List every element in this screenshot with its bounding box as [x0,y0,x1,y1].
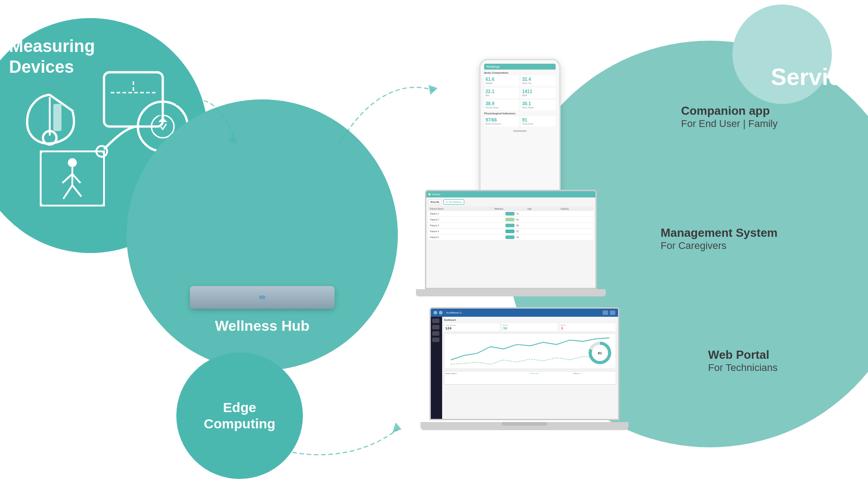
svg-rect-3 [104,72,163,127]
phone-metric-bodyfat: 32.4 Body Fat [521,75,556,86]
phone-row-3: 38.9 Muscle Mass 30.1 Body Water [484,100,556,110]
companion-app-label: Companion app For End User | Family [681,104,778,130]
management-laptop-container: Patients Show By ▼ Top Wellness Patient … [416,190,606,307]
phone-row-1: 61.6 Weight 32.4 Body Fat [484,75,556,86]
companion-app-subtitle: For End User | Family [681,118,778,130]
mgmt-body: Show By ▼ Top Wellness Patient Name Well… [426,197,595,288]
portal-gauge: 81 [589,342,611,364]
portal-table-row-1: Device Status Online: 98 Offline: 5 [445,372,615,375]
portal-stat-2: Active 98 [502,323,558,332]
phone-header-text: Readings [486,65,500,68]
hub-led [259,296,265,299]
portal-chart: 81 [444,333,616,369]
measuring-label-line2: Devices [9,57,74,76]
phone-metric-water: 30.1 Body Water [521,100,556,110]
mgmt-filters: Show By ▼ Top Wellness [428,199,594,205]
management-title: Management System [660,226,778,240]
svg-point-13 [68,158,77,167]
phone-mockup: Readings Body Composition 61.6 Weight 32… [479,59,561,203]
mgmt-row-1: Patient 1 72 [428,211,594,217]
wellness-hub-circle: Wellness Hub [127,99,398,371]
phone-metric-weight: 61.6 Weight [484,75,519,86]
portal-stats-row: Total Patients 124 Active 98 Alerts 3 [444,323,616,332]
mgmt-tab-label: Patients [432,193,440,196]
portal-actions [603,310,615,315]
portal-stat-1: Total Patients 124 [444,323,500,332]
phone-metric-muscle: 38.9 Muscle Mass [484,100,519,110]
portal-stat-3: Alerts 3 [560,323,616,332]
mgmt-row-5: Patient 5 44 [428,235,594,240]
portal-nav-item-2 [432,325,439,329]
portal-nav-item-3 [432,331,439,336]
wellness-hub-label: Wellness Hub [215,318,309,334]
portal-nav-item-1 [432,319,439,323]
portal-action-1 [603,310,608,315]
measuring-devices-label: Measuring Devices [9,36,95,77]
phone-screen: Readings Body Composition 61.6 Weight 32… [481,60,559,202]
svg-line-18 [72,185,81,197]
web-portal-label: Web Portal For Technicians [708,348,778,374]
phone-metric-hr: 91 Heart Rate [521,116,556,127]
companion-app-title: Companion app [681,104,778,118]
service-label: Service [771,63,854,90]
mgmt-table: Patient Name Wellness Age Org/Day Patien… [428,206,594,240]
mgmt-filter-2: ▼ Top Wellness [443,199,464,205]
mgmt-row-4: Patient 4 81 [428,229,594,235]
portal-body: Dashboard Total Patients 124 Active 98 [431,317,618,419]
svg-line-17 [63,185,72,199]
mgmt-filter-1: Show By [428,199,442,205]
svg-line-15 [62,174,72,183]
portal-laptop-base [420,422,628,430]
wellness-hub-device [190,286,335,309]
mgmt-topbar: Patients [426,191,595,197]
portal-table-mini: Device Status Online: 98 Offline: 5 [444,371,616,385]
mgmt-badge-4 [505,230,514,233]
edge-computing-circle: Edge Computing [176,352,303,479]
phone-mockup-container: Readings Body Composition 61.6 Weight 32… [452,59,561,203]
svg-marker-2 [392,422,401,433]
portal-gauge-value: 81 [592,345,608,361]
web-portal-title: Web Portal [708,348,778,362]
portal-topbar: AcuWellness S... [431,309,618,317]
portal-screen: AcuWellness S... Dashboard [429,307,619,420]
management-screen: Patients Show By ▼ Top Wellness Patient … [425,190,597,289]
phone-body-comp-label: Body Composition [484,71,556,74]
mgmt-badge-2 [505,218,514,221]
portal-app-name: AcuWellness S... [446,311,463,314]
portal-nav-item-4 [432,338,439,342]
phone-metric-bp: 97/66 Blood Pressure [484,116,519,127]
edge-label-line2: Computing [204,416,275,431]
web-portal-container: AcuWellness S... Dashboard [420,307,628,438]
portal-main-area: Dashboard Total Patients 124 Active 98 [442,317,618,419]
web-portal-laptop: AcuWellness S... Dashboard [420,307,628,438]
svg-marker-1 [429,85,438,95]
measuring-label-line1: Measuring [9,37,95,56]
web-portal-subtitle: For Technicians [708,362,778,374]
management-system-label: Management System For Caregivers [660,226,778,252]
portal-action-2 [610,310,615,315]
phone-header: Readings [484,64,556,70]
mgmt-table-header: Patient Name Wellness Age Org/Day [428,206,594,211]
portal-btn-2 [439,311,443,314]
portal-dashboard-title: Dashboard [444,319,616,321]
phone-row-2: 22.1 BMI 1411 BMR [484,88,556,98]
management-laptop: Patients Show By ▼ Top Wellness Patient … [416,190,606,307]
phone-row-4: 97/66 Blood Pressure 91 Heart Rate [484,116,556,127]
mgmt-dot-1 [428,193,431,196]
mgmt-row-2: Patient 2 65 [428,217,594,223]
phone-metric-bmr: 1411 BMR [521,88,556,98]
phone-physio-label: Physiological Indicators [484,112,556,115]
svg-rect-8 [53,104,61,131]
mgmt-badge-1 [505,212,514,216]
edge-computing-label: Edge Computing [204,399,275,432]
management-subtitle: For Caregivers [660,240,778,252]
mgmt-laptop-base [416,289,606,296]
phone-metric-bmi: 22.1 BMI [484,88,519,98]
mgmt-badge-5 [505,235,514,239]
mgmt-row-3: Patient 3 58 [428,223,594,229]
mgmt-badge-3 [505,224,514,227]
svg-line-16 [72,174,80,183]
main-scene: Measuring Devices [0,0,868,488]
phone-home-button [513,130,527,132]
portal-btn-1 [434,311,437,314]
